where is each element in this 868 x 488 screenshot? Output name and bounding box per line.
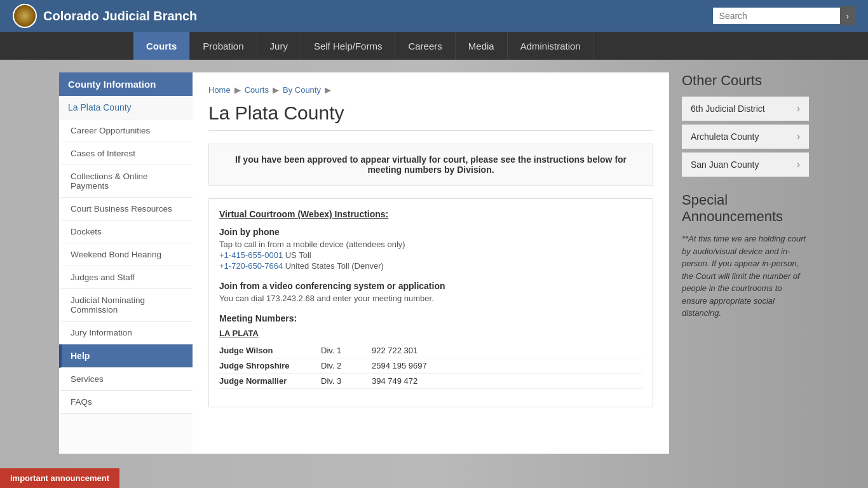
sidebar-item-cases-of-interest[interactable]: Cases of Interest (59, 142, 193, 165)
virtual-notice: If you have been approved to appear virt… (208, 144, 653, 186)
other-courts: Other Courts 6th Judicial District›Archu… (682, 72, 809, 177)
judge-row: Judge ShropshireDiv. 22594 195 9697 (219, 358, 642, 374)
phone2-label: United States Toll (Denver) (285, 261, 384, 271)
sidebar-item-help[interactable]: Help (59, 344, 193, 368)
nav-item-self-help-forms[interactable]: Self Help/Forms (301, 32, 396, 60)
join-phone-text: Tap to call in from a mobile device (att… (219, 240, 642, 249)
breadcrumb-courts[interactable]: Courts (245, 85, 269, 95)
chevron-icon: › (797, 159, 800, 170)
announcement-text: **At this time we are holding court by a… (682, 233, 809, 320)
content-wrapper: County Information La Plata CountyCareer… (59, 60, 809, 466)
sidebar-item-judges-and-staff[interactable]: Judges and Staff (59, 266, 193, 289)
top-bar: Colorado Judicial Branch › (0, 0, 868, 32)
chevron-icon: › (797, 131, 800, 142)
search-input[interactable] (713, 8, 840, 24)
sidebar-item-collections---online-payments[interactable]: Collections & Online Payments (59, 165, 193, 198)
sidebar-item-court-business-resources[interactable]: Court Business Resources (59, 198, 193, 220)
sidebar-item-services[interactable]: Services (59, 368, 193, 391)
announcements-heading: Special Announcements (682, 192, 809, 225)
chevron-icon: › (797, 103, 800, 114)
sidebar-item-career-opportunities[interactable]: Career Opportunities (59, 119, 193, 142)
main-nav: CourtsProbationJurySelf Help/FormsCareer… (0, 32, 868, 60)
search-area: › (713, 6, 855, 25)
breadcrumb-by-county[interactable]: By County (283, 85, 321, 95)
search-button[interactable]: › (840, 6, 855, 25)
bg-area: County Information La Plata CountyCareer… (0, 60, 868, 488)
phone1-link[interactable]: +1-415-655-0001 (219, 250, 283, 260)
sidebar-item-weekend-bond-hearing[interactable]: Weekend Bond Hearing (59, 243, 193, 266)
nav-item-administration[interactable]: Administration (508, 32, 594, 60)
breadcrumb-sep3: ▶ (325, 85, 331, 95)
join-video-heading: Join from a video conferencing system or… (219, 281, 642, 291)
phone2-link[interactable]: +1-720-650-7664 (219, 261, 283, 271)
nav-item-jury[interactable]: Jury (257, 32, 301, 60)
sidebar-item-dockets[interactable]: Dockets (59, 220, 193, 243)
meeting-numbers: Meeting Numbers: LA PLATA Judge WilsonDi… (219, 313, 642, 389)
breadcrumb-sep1: ▶ (234, 85, 241, 95)
logo-icon (13, 4, 37, 28)
special-announcements: Special Announcements **At this time we … (682, 192, 809, 320)
breadcrumb: Home ▶ Courts ▶ By County ▶ (208, 85, 653, 95)
court-link-san-juan-county[interactable]: San Juan County› (682, 152, 809, 177)
virtual-instructions: Virtual Courtroom (Webex) Instructions: … (208, 198, 653, 407)
site-title: Colorado Judicial Branch (43, 9, 197, 24)
join-video-section: Join from a video conferencing system or… (219, 281, 642, 303)
nav-item-courts[interactable]: Courts (133, 32, 190, 60)
nav-item-media[interactable]: Media (456, 32, 508, 60)
join-video-text: You can dial 173.243.2.68 and enter your… (219, 294, 642, 303)
phone1-label: US Toll (285, 250, 311, 260)
sidebar-item-judicial-nominating-commission[interactable]: Judicial Nominating Commission (59, 289, 193, 322)
sidebar: County Information La Plata CountyCareer… (59, 72, 193, 454)
logo-area: Colorado Judicial Branch (13, 4, 197, 28)
join-phone-heading: Join by phone (219, 227, 642, 237)
breadcrumb-sep2: ▶ (273, 85, 279, 95)
meeting-heading: Meeting Numbers: (219, 313, 642, 323)
sidebar-item-la-plata-county[interactable]: La Plata County (59, 96, 193, 119)
sidebar-items: La Plata CountyCareer OpportunitiesCases… (59, 96, 193, 414)
courts-list: 6th Judicial District›Archuleta County›S… (682, 97, 809, 177)
important-announcement-bar[interactable]: important announcement (0, 468, 119, 488)
other-courts-heading: Other Courts (682, 72, 809, 89)
judge-row: Judge NormallierDiv. 3394 749 472 (219, 374, 642, 389)
sidebar-item-faqs[interactable]: FAQs (59, 391, 193, 414)
nav-item-careers[interactable]: Careers (395, 32, 455, 60)
page-title: La Plata County (208, 102, 653, 131)
judge-row: Judge WilsonDiv. 1922 722 301 (219, 343, 642, 358)
main-content: Home ▶ Courts ▶ By County ▶ La Plata Cou… (193, 72, 669, 454)
sidebar-item-jury-information[interactable]: Jury Information (59, 322, 193, 344)
join-phone-section: Join by phone Tap to call in from a mobi… (219, 227, 642, 271)
right-sidebar: Other Courts 6th Judicial District›Archu… (669, 72, 809, 454)
nav-item-probation[interactable]: Probation (190, 32, 257, 60)
judges-list: Judge WilsonDiv. 1922 722 301Judge Shrop… (219, 343, 642, 389)
instructions-heading: Virtual Courtroom (Webex) Instructions: (219, 209, 642, 219)
court-link-6th-judicial-district[interactable]: 6th Judicial District› (682, 97, 809, 121)
la-plata-label: LA PLATA (219, 329, 642, 338)
breadcrumb-home[interactable]: Home (208, 85, 231, 95)
court-link-archuleta-county[interactable]: Archuleta County› (682, 125, 809, 149)
sidebar-title: County Information (59, 72, 193, 96)
